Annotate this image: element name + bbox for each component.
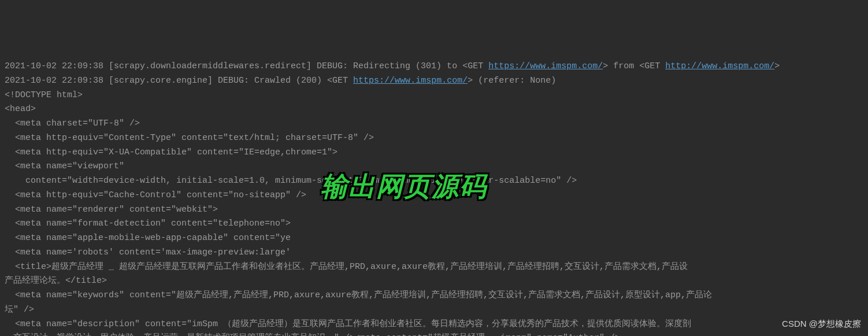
- html-line: <meta name="renderer" content="webkit">: [5, 205, 218, 215]
- html-line: <meta http-equiv="Cache-Control" content…: [5, 190, 306, 200]
- html-line: 、交互设计、视觉设计、用户体验、产品运营、最新技术和项目管理等专业产品知识。" …: [5, 333, 620, 336]
- html-line: 产品经理论坛。</title>: [5, 276, 107, 286]
- overlay-caption: 输出网页源码: [321, 165, 487, 209]
- log-line-2: 2021-10-02 22:09:38 [scrapy.core.engine]…: [5, 76, 556, 86]
- html-line: <title>超级产品经理 _ 超级产品经理是互联网产品工作者和创业者社区。产品…: [5, 262, 688, 272]
- html-line: <head>: [5, 104, 36, 114]
- html-line: <meta name="keywords" content="超级产品经理,产品…: [5, 290, 712, 300]
- crawled-url[interactable]: https://www.imspm.com/: [353, 76, 468, 86]
- html-line: <!DOCTYPE html>: [5, 90, 83, 100]
- html-line: <meta name="description" content="imSpm …: [5, 319, 691, 329]
- html-line: 坛" />: [5, 305, 34, 315]
- csdn-watermark: CSDN @梦想橡皮擦: [782, 317, 861, 331]
- html-line: <meta http-equiv="Content-Type" content=…: [5, 133, 374, 143]
- html-line: <meta charset="UTF-8" />: [5, 119, 140, 128]
- html-line: <meta name="viewport": [5, 161, 124, 171]
- html-line: <meta http-equiv="X-UA-Compatible" conte…: [5, 147, 337, 157]
- html-line: <meta name='robots' content='max-image-p…: [5, 248, 291, 257]
- log-line-1: 2021-10-02 22:09:38 [scrapy.downloadermi…: [5, 61, 780, 71]
- html-line: <meta name="format-detection" content="t…: [5, 219, 291, 228]
- redirect-source-url[interactable]: http://www.imspm.com/: [665, 61, 774, 71]
- redirect-target-url[interactable]: https://www.imspm.com/: [488, 61, 603, 71]
- html-line: <meta name="apple-mobile-web-app-capable…: [5, 233, 291, 243]
- html-line: content="width=device-width, initial-sca…: [5, 176, 577, 186]
